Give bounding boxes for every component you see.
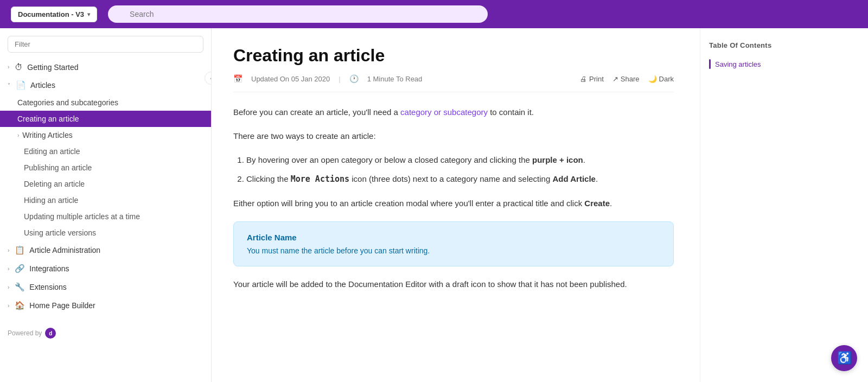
home-icon: 🏠 bbox=[15, 301, 25, 310]
sidebar-item-creating-article[interactable]: Creating an article bbox=[0, 111, 211, 127]
info-box: Article Name You must name the article b… bbox=[233, 221, 674, 266]
sidebar: ‹ › ⏱ Getting Started ˅ 📄 Articles Categ… bbox=[0, 28, 212, 382]
toc-item-label: Saving articles bbox=[715, 60, 761, 68]
info-box-title: Article Name bbox=[247, 233, 660, 242]
chevron-right-icon: › bbox=[8, 266, 9, 272]
chevron-down-icon: ˅ bbox=[8, 82, 10, 88]
dark-mode-button[interactable]: 🌙 Dark bbox=[648, 75, 674, 83]
integrations-icon: 🔗 bbox=[15, 264, 25, 273]
extensions-icon: 🔧 bbox=[15, 282, 25, 292]
info-box-body: You must name the article before you can… bbox=[247, 246, 660, 255]
toc-item-saving-articles[interactable]: Saving articles bbox=[709, 57, 810, 71]
toc-title: Table Of Contents bbox=[709, 41, 810, 49]
article-actions: 🖨 Print ↗ Share 🌙 Dark bbox=[580, 75, 674, 83]
accessibility-button[interactable]: ♿ bbox=[831, 345, 857, 371]
chevron-down-icon: ▾ bbox=[87, 11, 90, 17]
chevron-right-icon: › bbox=[17, 132, 19, 138]
sidebar-item-deleting-article[interactable]: Deleting an article bbox=[0, 176, 211, 192]
share-button[interactable]: ↗ Share bbox=[612, 75, 640, 83]
step-1: By hovering over an open category or bel… bbox=[246, 152, 674, 167]
powered-by: Powered by d bbox=[0, 320, 211, 346]
sidebar-item-editing-article[interactable]: Editing an article bbox=[0, 143, 211, 160]
sidebar-item-label: Categories and subcategories bbox=[17, 98, 118, 107]
draft-paragraph: Your article will be added to the Docume… bbox=[233, 277, 674, 291]
create-bold: Create bbox=[584, 199, 610, 208]
intro-paragraph: Before you can create an article, you'll… bbox=[233, 105, 674, 119]
ways-intro-paragraph: There are two ways to create an article: bbox=[233, 129, 674, 143]
toc-border-indicator bbox=[709, 59, 711, 69]
sidebar-item-getting-started[interactable]: › ⏱ Getting Started bbox=[0, 58, 211, 76]
powered-logo: d bbox=[45, 328, 56, 339]
layout: ‹ › ⏱ Getting Started ˅ 📄 Articles Categ… bbox=[0, 28, 868, 382]
article-updated-date: Updated On 05 Jan 2020 bbox=[251, 75, 330, 83]
accessibility-icon: ♿ bbox=[837, 351, 852, 365]
sidebar-item-writing-articles[interactable]: › Writing Articles bbox=[0, 127, 211, 143]
sidebar-item-label: Article Administration bbox=[29, 246, 100, 254]
print-icon: 🖨 bbox=[580, 75, 587, 83]
step-2: Clicking the More Actions icon (three do… bbox=[246, 171, 674, 187]
sidebar-item-label: Extensions bbox=[29, 283, 66, 291]
article-icon: 📄 bbox=[16, 80, 26, 90]
sidebar-item-publishing-article[interactable]: Publishing an article bbox=[0, 160, 211, 176]
sidebar-item-label: Creating an article bbox=[17, 114, 79, 123]
more-actions-mono: More Actions bbox=[291, 174, 349, 184]
sidebar-item-extensions[interactable]: › 🔧 Extensions bbox=[0, 278, 211, 296]
clock-icon: ⏱ bbox=[15, 62, 23, 72]
meta-separator: | bbox=[339, 75, 340, 83]
chevron-right-icon: › bbox=[8, 64, 9, 70]
moon-icon: 🌙 bbox=[648, 75, 657, 83]
sidebar-item-home-page-builder[interactable]: › 🏠 Home Page Builder bbox=[0, 296, 211, 315]
admin-icon: 📋 bbox=[15, 245, 25, 255]
share-icon: ↗ bbox=[612, 75, 618, 83]
sidebar-item-categories[interactable]: Categories and subcategories bbox=[0, 94, 211, 111]
sidebar-item-articles[interactable]: ˅ 📄 Articles bbox=[0, 76, 211, 94]
add-article-bold: Add Article bbox=[552, 174, 595, 183]
sidebar-item-label: Writing Articles bbox=[22, 131, 72, 139]
print-button[interactable]: 🖨 Print bbox=[580, 75, 604, 83]
sidebar-item-article-admin[interactable]: › 📋 Article Administration bbox=[0, 241, 211, 259]
article-read-time: 1 Minute To Read bbox=[367, 75, 423, 83]
toc-panel: Table Of Contents Saving articles bbox=[700, 28, 819, 382]
dark-label: Dark bbox=[659, 75, 674, 83]
article-title: Creating an article bbox=[233, 46, 674, 66]
print-label: Print bbox=[589, 75, 604, 83]
clock-icon: 🕐 bbox=[349, 74, 359, 83]
sidebar-item-integrations[interactable]: › 🔗 Integrations bbox=[0, 259, 211, 278]
chevron-right-icon: › bbox=[8, 247, 9, 253]
sidebar-item-updating-multiple[interactable]: Updating multiple articles at a time bbox=[0, 208, 211, 225]
sidebar-filter-input[interactable] bbox=[8, 36, 203, 53]
version-selector[interactable]: Documentation - V3 ▾ bbox=[11, 7, 97, 22]
sidebar-item-article-versions[interactable]: Using article versions bbox=[0, 225, 211, 241]
modal-paragraph: Either option will bring you to an artic… bbox=[233, 196, 674, 211]
chevron-right-icon: › bbox=[8, 303, 9, 309]
sidebar-item-label: Home Page Builder bbox=[29, 301, 95, 310]
steps-list: By hovering over an open category or bel… bbox=[246, 152, 674, 187]
sidebar-item-label: Integrations bbox=[29, 264, 69, 273]
category-link[interactable]: category or subcategory bbox=[400, 107, 488, 117]
search-input[interactable] bbox=[108, 5, 488, 23]
sidebar-item-hiding-article[interactable]: Hiding an article bbox=[0, 192, 211, 208]
sidebar-item-label: Articles bbox=[30, 81, 55, 90]
sidebar-item-label: Getting Started bbox=[27, 63, 78, 72]
version-label: Documentation - V3 bbox=[18, 10, 84, 18]
purple-plus-bold: purple + icon bbox=[532, 155, 583, 164]
search-wrapper: 🔍 bbox=[108, 5, 488, 23]
main-content: Creating an article 📅 Updated On 05 Jan … bbox=[212, 28, 700, 382]
article-body: Before you can create an article, you'll… bbox=[233, 105, 674, 291]
header: Documentation - V3 ▾ 🔍 bbox=[0, 0, 868, 28]
calendar-icon: 📅 bbox=[233, 74, 242, 83]
article-meta: 📅 Updated On 05 Jan 2020 | 🕐 1 Minute To… bbox=[233, 74, 674, 92]
chevron-right-icon: › bbox=[8, 284, 9, 290]
powered-by-label: Powered by bbox=[8, 329, 42, 337]
share-label: Share bbox=[621, 75, 640, 83]
